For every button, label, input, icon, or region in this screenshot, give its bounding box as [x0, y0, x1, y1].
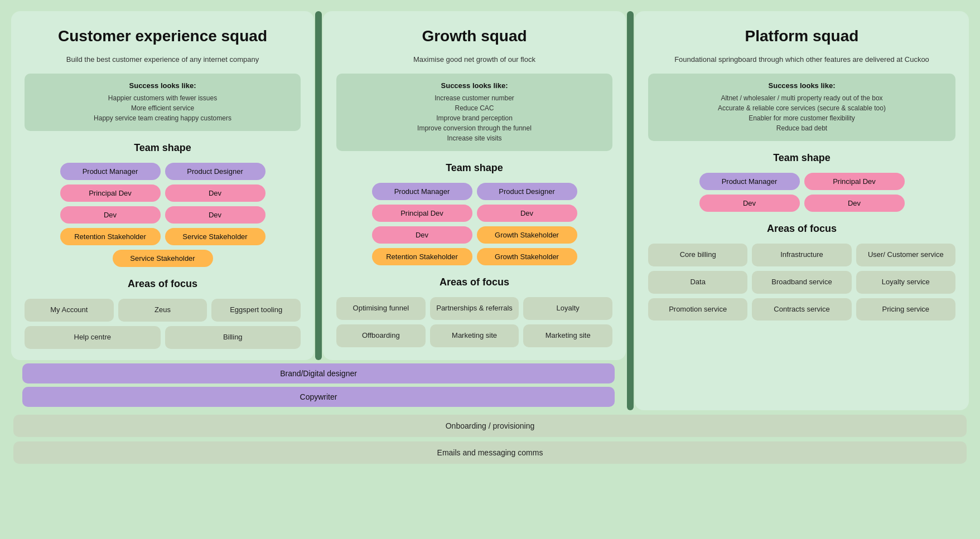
focus-tag: Marketing site [430, 324, 519, 347]
focus-tag: Data [648, 271, 747, 294]
team-tag: Principal Dev [804, 173, 905, 190]
squad-subtitle: Foundational springboard through which o… [648, 55, 955, 65]
team-row: DevDev [25, 206, 301, 224]
team-row: Principal DevDev [25, 184, 301, 202]
team-tag: Retention Stakeholder [60, 228, 161, 245]
team-shape-title: Team shape [648, 152, 955, 164]
focus-row: My AccountZeusEggspert tooling [25, 299, 301, 322]
focus-grid: Optimising funnelPartnerships & referral… [336, 297, 612, 347]
squad-title: Platform squad [648, 27, 955, 46]
team-tag: Dev [372, 226, 472, 244]
left-middle-wrapper: Customer experience squadBuild the best … [11, 11, 626, 410]
focus-tag: Pricing service [856, 298, 955, 321]
team-row: DevDev [648, 195, 955, 212]
focus-title: Areas of focus [336, 276, 612, 288]
team-shape-grid: Product ManagerPrincipal DevDevDev [648, 173, 955, 212]
squad-title: Customer experience squad [25, 27, 301, 46]
focus-tag: Contracts service [752, 298, 851, 321]
team-shape-title: Team shape [25, 142, 301, 154]
page-wrapper: Customer experience squadBuild the best … [11, 11, 969, 464]
focus-tag: Billing [165, 326, 301, 349]
team-row: Retention StakeholderGrowth Stakeholder [336, 248, 612, 265]
shared-bar: Brand/Digital designer [22, 363, 615, 383]
success-text: Altnet / wholesaler / multi property rea… [657, 93, 947, 133]
focus-row: Core billingInfrastructureUser/ Customer… [648, 244, 955, 266]
team-tag: Product Manager [60, 163, 161, 180]
focus-tag: Offboarding [336, 324, 426, 347]
focus-tag: Zeus [118, 299, 207, 322]
success-text: Happier customers with fewer issues More… [33, 93, 292, 123]
team-tag: Dev [699, 195, 800, 212]
focus-tag: Loyalty service [856, 271, 955, 294]
focus-row: Promotion serviceContracts servicePricin… [648, 298, 955, 321]
bottom-bar: Emails and messaging comms [13, 441, 967, 464]
focus-tag: Loyalty [523, 297, 612, 320]
focus-tag: Eggspert tooling [211, 299, 301, 322]
squad-subtitle: Build the best customer experience of an… [25, 55, 301, 65]
focus-tag: My Account [25, 299, 114, 322]
squad-col-customer-experience: Customer experience squadBuild the best … [11, 11, 314, 360]
team-tag: Product Designer [165, 163, 265, 180]
focus-tag: Partnerships & referrals [430, 297, 519, 320]
focus-title: Areas of focus [648, 223, 955, 235]
two-cols-row: Customer experience squadBuild the best … [11, 11, 626, 360]
focus-tag: Promotion service [648, 298, 747, 321]
team-tag: Dev [477, 205, 577, 222]
bottom-shared-section: Onboarding / provisioningEmails and mess… [11, 415, 969, 464]
focus-tag: User/ Customer service [856, 244, 955, 266]
team-tag: Dev [804, 195, 905, 212]
focus-tag: Infrastructure [752, 244, 851, 266]
squad-col-growth: Growth squadMaximise good net growth of … [323, 11, 626, 360]
team-tag: Dev [165, 206, 265, 224]
focus-row: DataBroadband serviceLoyalty service [648, 271, 955, 294]
focus-title: Areas of focus [25, 278, 301, 290]
focus-row: Help centreBilling [25, 326, 301, 349]
team-tag: Service Stakeholder [113, 250, 213, 267]
success-text: Increase customer number Reduce CAC Impr… [345, 93, 604, 143]
success-box: Success looks like:Increase customer num… [336, 74, 612, 151]
squad-title: Growth squad [336, 27, 612, 46]
focus-grid: Core billingInfrastructureUser/ Customer… [648, 244, 955, 321]
shared-bar: Copywriter [22, 387, 615, 407]
focus-tag: Broadband service [752, 271, 851, 294]
team-row: DevGrowth Stakeholder [336, 226, 612, 244]
focus-row: Optimising funnelPartnerships & referral… [336, 297, 612, 320]
success-box: Success looks like:Altnet / wholesaler /… [648, 74, 955, 141]
team-row: Product ManagerProduct Designer [336, 183, 612, 200]
team-tag: Retention Stakeholder [372, 248, 472, 265]
team-shape-title: Team shape [336, 162, 612, 174]
focus-tag: Core billing [648, 244, 747, 266]
focus-grid: My AccountZeusEggspert toolingHelp centr… [25, 299, 301, 349]
focus-row: OffboardingMarketing siteMarketing site [336, 324, 612, 347]
team-tag: Product Designer [477, 183, 577, 200]
bottom-bar: Onboarding / provisioning [13, 415, 967, 437]
success-title: Success looks like: [345, 81, 604, 90]
focus-tag: Optimising funnel [336, 297, 426, 320]
team-row: Product ManagerProduct Designer [25, 163, 301, 180]
success-title: Success looks like: [33, 81, 292, 90]
team-shape-grid: Product ManagerProduct DesignerPrincipal… [336, 183, 612, 265]
team-shape-grid: Product ManagerProduct DesignerPrincipal… [25, 163, 301, 267]
team-tag: Principal Dev [60, 184, 161, 202]
focus-tag: Help centre [25, 326, 161, 349]
squad-subtitle: Maximise good net growth of our flock [336, 55, 612, 65]
team-tag: Product Manager [372, 183, 472, 200]
team-row: Principal DevDev [336, 205, 612, 222]
team-row: Product ManagerPrincipal Dev [648, 173, 955, 190]
team-tag: Dev [165, 184, 265, 202]
success-title: Success looks like: [657, 81, 947, 90]
col-divider-12 [627, 11, 634, 410]
team-tag: Principal Dev [372, 205, 472, 222]
success-box: Success looks like:Happier customers wit… [25, 74, 301, 131]
team-tag: Growth Stakeholder [477, 248, 577, 265]
team-tag: Dev [60, 206, 161, 224]
team-row: Service Stakeholder [25, 250, 301, 267]
shared-bars: Brand/Digital designerCopywriter [11, 360, 626, 410]
squads-row: Customer experience squadBuild the best … [11, 11, 969, 410]
squad-col-platform: Platform squadFoundational springboard t… [635, 11, 969, 410]
col-divider-01 [315, 11, 322, 360]
team-row: Retention StakeholderService Stakeholder [25, 228, 301, 245]
team-tag: Service Stakeholder [165, 228, 265, 245]
focus-tag: Marketing site [523, 324, 612, 347]
team-tag: Product Manager [699, 173, 800, 190]
